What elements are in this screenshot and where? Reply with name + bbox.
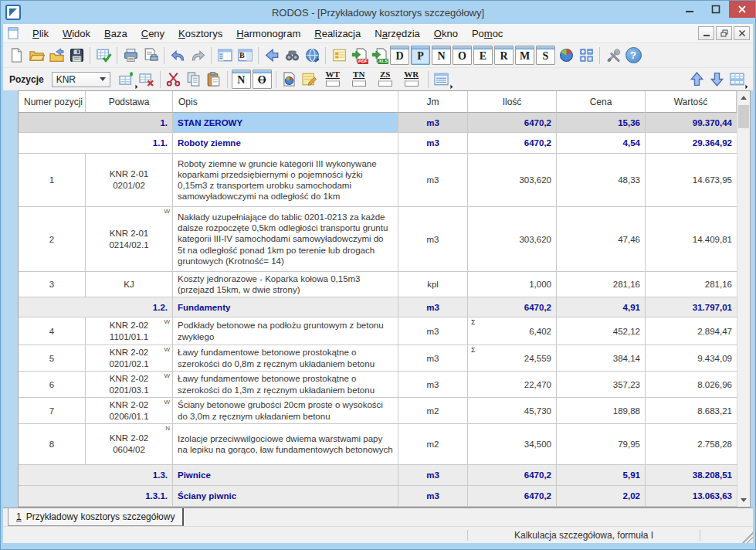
redo-button[interactable] (188, 46, 208, 66)
view-columns-button[interactable] (432, 70, 452, 90)
chart-button[interactable] (556, 46, 576, 66)
o-toggle-button[interactable]: O (253, 70, 272, 89)
document-icon[interactable] (7, 27, 19, 39)
column-header[interactable]: Opis (173, 91, 398, 113)
report-s-button[interactable]: S (536, 46, 555, 65)
resize-grip[interactable] (742, 532, 753, 543)
copy-button[interactable] (184, 70, 204, 90)
menu-pomoc[interactable]: Pomoc (465, 25, 510, 42)
close-button[interactable] (729, 1, 755, 18)
position-row[interactable]: 7KNR 2-020206/01.1WŚciany betonowe grubo… (19, 398, 737, 424)
report-m-button[interactable]: M (515, 46, 534, 65)
report-d-button[interactable]: D (390, 46, 409, 65)
print-button[interactable] (120, 46, 141, 66)
base-select[interactable]: KNR (52, 72, 110, 87)
value-cell: 29.364,92 (646, 133, 737, 153)
cut-button[interactable] (164, 70, 184, 90)
column-header[interactable]: Jm (398, 91, 468, 113)
vertical-scrollbar[interactable] (737, 91, 750, 507)
position-row[interactable]: 2KNR 2-010214/02.1WNakłady uzupełniające… (19, 207, 737, 272)
report-e-button[interactable]: E (473, 46, 493, 65)
save-button[interactable] (66, 46, 86, 66)
menu-okno[interactable]: Okno (427, 25, 465, 42)
mdi-close-button[interactable] (734, 26, 750, 40)
down-arrow-icon (741, 498, 747, 502)
tab-estimate[interactable]: 1 Przykładowy kosztorys szczegółowy (8, 508, 184, 526)
move-down-button[interactable] (707, 70, 727, 90)
new-document-button[interactable] (6, 46, 26, 66)
position-row[interactable]: 3KJKoszty jednorazowe - Koparka kołowa 0… (19, 272, 737, 297)
report-n-button[interactable]: N (432, 46, 451, 65)
go-back-button[interactable] (262, 46, 282, 66)
tn-button[interactable]: TN (346, 70, 372, 90)
menu-widok[interactable]: Widok (56, 25, 97, 42)
position-row[interactable]: 5KNR 2-020201/02.1WŁawy fundamentowe bet… (19, 345, 737, 372)
options-button[interactable] (603, 46, 623, 66)
menu-harmonogram[interactable]: Harmonogram (229, 25, 307, 42)
mdi-minimize-button[interactable] (698, 26, 714, 40)
scroll-down-button[interactable] (737, 494, 750, 507)
n-toggle-button[interactable]: N (232, 70, 251, 89)
open-button[interactable] (26, 46, 46, 66)
section-row[interactable]: 1.3.1.Ściany piwnicm36470,22,0213.063,63 (19, 486, 737, 507)
find-button[interactable] (282, 46, 302, 66)
mdi-restore-icon (720, 29, 728, 37)
wt-button[interactable]: WT (320, 70, 346, 90)
delete-position-button[interactable] (137, 70, 157, 90)
column-header[interactable]: Wartość (646, 91, 737, 113)
summary-list-button[interactable] (329, 46, 349, 66)
mdi-restore-button[interactable] (716, 26, 732, 40)
report-p-button[interactable]: P (411, 46, 430, 65)
position-row[interactable]: 1KNR 2-010201/02Roboty ziemne w gruncie … (19, 154, 737, 207)
scrollbar-thumb[interactable] (738, 105, 749, 128)
report-r-button[interactable]: R (494, 46, 514, 65)
section-row[interactable]: 1.STAN ZEROWYm36470,215,3699.370,44 (19, 113, 737, 133)
position-row[interactable]: 4KNR 2-021101/01.1WPodkłady betonowe na … (19, 317, 737, 345)
scrollbar-track[interactable] (737, 129, 750, 494)
update-online-button[interactable] (302, 46, 322, 66)
pie-chart-icon (558, 47, 575, 63)
print-preview-button[interactable] (141, 46, 161, 66)
section-row[interactable]: 1.2.Fundamentym36470,24,9131.797,01 (19, 297, 737, 317)
section-row[interactable]: 1.1.Roboty ziemnem36470,24,5429.364,92 (19, 133, 737, 154)
maximize-button[interactable] (703, 1, 729, 18)
export-pdf-button[interactable]: PDF (349, 46, 369, 66)
position-row[interactable]: 6KNR 2-020201/03.1WŁawy fundamentowe bet… (19, 372, 737, 398)
section-row[interactable]: 1.3.Piwnicem36470,25,9138.208,51 (19, 465, 737, 486)
zs-button[interactable]: ZS (372, 70, 398, 90)
minimize-button[interactable] (676, 1, 703, 18)
position-row[interactable]: 8KNR 2-020604/02NIzolacje przeciwwilgoci… (19, 424, 737, 465)
add-position-button[interactable] (117, 70, 137, 90)
row-style-button[interactable] (727, 70, 747, 90)
menu-realizacja[interactable]: Realizacja (307, 25, 368, 42)
export-xls-button[interactable]: XLS (369, 46, 389, 66)
column-header[interactable]: Cena (557, 91, 646, 113)
calculator-button[interactable] (576, 46, 596, 66)
move-up-button[interactable] (687, 70, 707, 90)
undo-button[interactable] (168, 46, 188, 66)
column-header[interactable]: Numer pozycji (19, 91, 86, 113)
position-chart-button[interactable] (280, 70, 300, 90)
menu-kosztorys[interactable]: Kosztorys (171, 25, 229, 42)
paste-button[interactable] (204, 70, 224, 90)
menu-baza[interactable]: Baza (97, 25, 134, 42)
scroll-up-button[interactable] (737, 91, 750, 104)
layout-panel-button[interactable] (215, 46, 235, 66)
note-edit-button[interactable] (300, 70, 320, 90)
base-cell: KNR 2-020201/03.1W (86, 372, 173, 397)
check-estimate-button[interactable] (93, 46, 114, 66)
bold-panel-button[interactable]: B (235, 46, 255, 66)
menu-plik[interactable]: Plik (25, 25, 56, 42)
column-header[interactable]: Ilość (468, 91, 557, 113)
report-o-button[interactable]: O (453, 46, 472, 65)
help-button[interactable]: ? (623, 46, 643, 66)
menu-ceny[interactable]: Ceny (134, 25, 171, 42)
open-recent-button[interactable] (46, 46, 66, 66)
price-cell: 357,23 (557, 372, 646, 397)
menu-narzdzia[interactable]: Narzędzia (368, 25, 427, 42)
wr-button[interactable]: WR (398, 70, 425, 90)
base-cell: KNR 2-020206/01.1W (86, 398, 173, 423)
position-number: 2 (19, 207, 86, 271)
column-header[interactable]: Podstawa (86, 91, 173, 113)
mdi-close-icon (738, 29, 746, 37)
